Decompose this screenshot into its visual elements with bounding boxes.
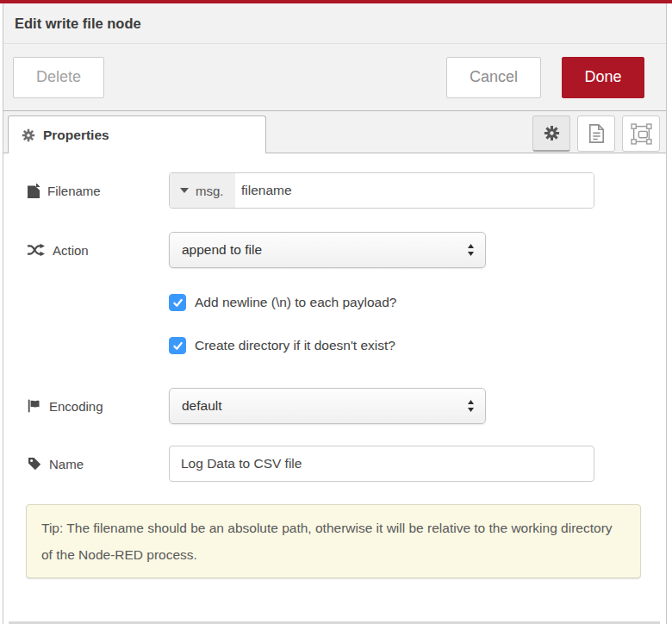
name-row: Name bbox=[28, 446, 644, 482]
flag-icon bbox=[28, 399, 41, 413]
name-label-text: Name bbox=[49, 457, 84, 471]
dialog-button-bar: Delete Cancel Done bbox=[3, 44, 666, 111]
file-icon bbox=[28, 184, 40, 198]
dialog-header: Edit write file node bbox=[3, 3, 666, 44]
done-button[interactable]: Done bbox=[562, 57, 644, 98]
encoding-row: Encoding default bbox=[28, 388, 644, 424]
mkdir-checkbox-row: Create directory if it doesn't exist? bbox=[169, 336, 644, 355]
newline-checkbox-row: Add newline (\n) to each payload? bbox=[169, 293, 644, 312]
encoding-select[interactable]: default bbox=[169, 388, 486, 424]
action-label-text: Action bbox=[53, 243, 89, 258]
edit-node-dialog: Edit write file node Delete Cancel Done … bbox=[3, 3, 667, 624]
tab-toolbar bbox=[532, 115, 660, 152]
filename-typed-input[interactable]: msg. bbox=[169, 172, 594, 209]
action-label: Action bbox=[28, 243, 169, 258]
dialog-title: Edit write file node bbox=[15, 16, 141, 32]
editor-top-red-bar bbox=[0, 0, 672, 3]
filename-row: Filename msg. bbox=[28, 172, 644, 209]
select-arrows-icon bbox=[467, 399, 475, 413]
encoding-select-value: default bbox=[182, 398, 222, 414]
tag-icon bbox=[28, 457, 41, 471]
form-tip: Tip: The filename should be an absolute … bbox=[26, 504, 641, 578]
tab-properties[interactable]: Properties bbox=[8, 115, 266, 153]
typed-input-type-button[interactable]: msg. bbox=[170, 173, 235, 208]
chevron-down-icon bbox=[180, 188, 189, 193]
appearance-icon-button[interactable] bbox=[622, 115, 660, 152]
gear-icon bbox=[22, 128, 35, 142]
gear-icon bbox=[544, 125, 560, 141]
appearance-icon bbox=[631, 123, 652, 145]
name-label: Name bbox=[28, 457, 169, 471]
tab-bar: Properties bbox=[3, 111, 666, 153]
newline-checkbox[interactable] bbox=[169, 294, 186, 311]
mkdir-checkbox[interactable] bbox=[169, 337, 186, 354]
description-icon-button[interactable] bbox=[577, 115, 615, 152]
properties-form: Filename msg. bbox=[3, 153, 666, 578]
encoding-label: Encoding bbox=[28, 399, 169, 414]
document-icon bbox=[588, 123, 605, 144]
action-row: Action append to file bbox=[28, 232, 644, 268]
filename-label: Filename bbox=[28, 184, 169, 198]
properties-icon-button[interactable] bbox=[532, 115, 570, 152]
select-arrows-icon bbox=[467, 243, 475, 257]
delete-button[interactable]: Delete bbox=[13, 57, 104, 98]
encoding-label-text: Encoding bbox=[49, 399, 103, 414]
action-select-value: append to file bbox=[182, 242, 262, 258]
mkdir-checkbox-label[interactable]: Create directory if it doesn't exist? bbox=[195, 338, 395, 353]
name-input[interactable] bbox=[169, 446, 594, 482]
shuffle-icon bbox=[28, 243, 45, 257]
filename-label-text: Filename bbox=[47, 184, 101, 198]
cancel-button[interactable]: Cancel bbox=[446, 57, 541, 98]
typed-input-type-label: msg. bbox=[196, 184, 224, 198]
action-select[interactable]: append to file bbox=[169, 232, 486, 268]
newline-checkbox-label[interactable]: Add newline (\n) to each payload? bbox=[195, 295, 396, 310]
tab-properties-label: Properties bbox=[43, 128, 109, 143]
filename-input[interactable] bbox=[235, 173, 594, 208]
